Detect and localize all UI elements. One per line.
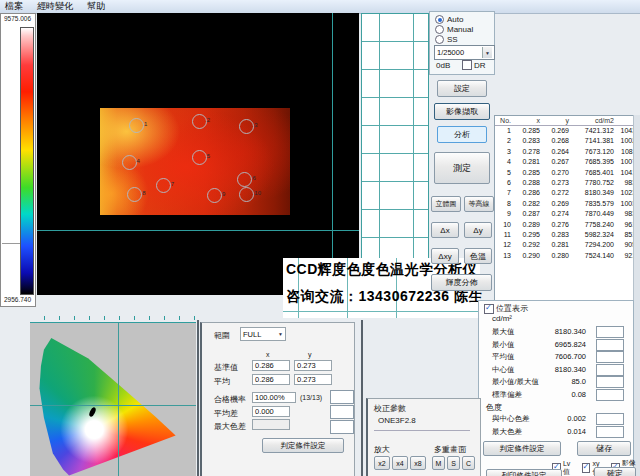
measure-button[interactable]: 測定 <box>434 152 490 184</box>
measure-point-number: 4 <box>137 158 140 164</box>
pass-rate-label: 合格機率 <box>214 394 246 405</box>
delta-y-button[interactable]: Δy <box>464 222 492 238</box>
measure-point-marker: 6 <box>237 172 252 187</box>
color-temp-button[interactable]: 色溫 <box>464 248 492 264</box>
stat-row: 最小值6965.824 <box>478 339 632 352</box>
cie-crosshair-vertical <box>118 323 119 476</box>
radio-manual[interactable]: Manual <box>435 25 473 34</box>
stat-label: 最大值 <box>492 327 515 337</box>
cie-horseshoe <box>38 329 186 476</box>
range-select[interactable]: FULL ▼ <box>240 327 286 341</box>
checkbox-checked-icon <box>484 304 494 314</box>
table-cell: 7870.449 <box>570 209 615 219</box>
radio-auto[interactable]: Auto <box>435 15 463 24</box>
grid-line <box>283 311 480 312</box>
table-cell: 7685.395 <box>570 157 615 167</box>
table-row[interactable]: 40.2810.2677685.39510077 <box>495 157 640 167</box>
position-display-checkbox[interactable]: 位置表示 <box>484 303 528 314</box>
measure-point-number: 10 <box>254 190 261 196</box>
settings-button[interactable]: 設定 <box>437 80 487 97</box>
measure-point-marker: 8 <box>127 187 142 202</box>
camera-display[interactable]: 12345678910 <box>37 13 359 295</box>
measurement-table[interactable]: No. x y cd/m2 K 10.2850.2697421.31210434… <box>495 116 640 261</box>
table-cell: 0.281 <box>541 240 570 250</box>
analyze-button[interactable]: 分析 <box>437 126 487 143</box>
table-row[interactable]: 130.2900.2807524.1409217 <box>495 251 640 261</box>
table-cell: 0.290 <box>512 251 541 261</box>
indicator-box <box>596 351 624 363</box>
table-cell: 0.276 <box>541 220 570 230</box>
table-row[interactable]: 70.2860.2728180.34910238 <box>495 188 640 198</box>
table-cell: 13 <box>495 251 512 261</box>
view-3d-button[interactable]: 立體圖 <box>431 196 461 212</box>
multi-c-button[interactable]: C <box>462 456 475 470</box>
scrollbar[interactable] <box>633 115 640 476</box>
grid-line <box>379 14 380 296</box>
table-row[interactable]: 110.2950.2835982.3248514 <box>495 230 640 240</box>
table-row[interactable]: 100.2890.2767758.2409618 <box>495 220 640 230</box>
measure-point-marker: 10 <box>239 187 254 202</box>
max-color-diff-label: 最大色差 <box>214 421 246 432</box>
table-row[interactable]: 50.2850.2707685.40110416 <box>495 168 640 178</box>
ok-button[interactable]: 確定 <box>594 467 636 476</box>
zoom-x8-button[interactable]: x8 <box>410 456 426 470</box>
stat-value: 8180.340 <box>555 327 586 336</box>
average-label: 平均 <box>214 376 230 387</box>
stat-label: 最大色差 <box>492 427 522 437</box>
table-row[interactable]: 10.2850.2697421.31210434 <box>495 126 640 137</box>
delta-xy-button[interactable]: Δxy <box>431 248 459 264</box>
shutter-speed-select[interactable]: 1/25000 ▼ <box>434 45 495 60</box>
multi-m-button[interactable]: M <box>432 456 445 470</box>
table-cell: 0.281 <box>512 157 541 167</box>
stat-row: 最小值/最大值85.0 <box>478 376 632 389</box>
luminance-distribution-button[interactable]: 輝度分佈 <box>431 274 492 291</box>
judge-condition-button[interactable]: 判定條件設定 <box>483 441 561 456</box>
scale-min-label: 2956.740 <box>1 296 34 303</box>
col-no: No. <box>495 116 512 126</box>
cie-diagram-panel[interactable] <box>30 322 196 476</box>
table-row[interactable]: 20.2830.2687141.38110025 <box>495 136 640 146</box>
image-capture-button[interactable]: 影像擷取 <box>434 103 490 120</box>
thermal-luminance-image[interactable]: 12345678910 <box>100 108 290 215</box>
measure-point-marker: 3 <box>239 119 254 134</box>
multi-s-button[interactable]: S <box>447 456 460 470</box>
col-y: y <box>541 116 570 126</box>
table-cell: 0.274 <box>541 209 570 219</box>
zoom-x2-button[interactable]: x2 <box>374 456 390 470</box>
measure-point-number: 2 <box>207 117 210 123</box>
delta-x-button[interactable]: Δx <box>431 222 459 238</box>
table-cell: 0.288 <box>512 178 541 188</box>
radio-ss[interactable]: SS <box>435 35 458 44</box>
save-button[interactable]: 儲存 <box>577 441 631 456</box>
average-y-field[interactable]: 0.273 <box>294 374 332 385</box>
stat-value: 0.002 <box>567 414 586 423</box>
divider <box>374 430 470 431</box>
menu-item-time-change[interactable]: 經時變化 <box>37 0 73 13</box>
table-cell: 2 <box>495 136 512 146</box>
table-row[interactable]: 120.2920.2817294.2009053 <box>495 240 640 250</box>
gain-label: 0dB <box>436 61 450 70</box>
average-x-field[interactable]: 0.286 <box>252 374 290 385</box>
table-row[interactable]: 90.2870.2747870.4499832 <box>495 209 640 219</box>
zoom-x4-button[interactable]: x4 <box>392 456 408 470</box>
table-row[interactable]: 80.2820.2697835.57910032 <box>495 199 640 209</box>
print-condition-button[interactable]: 列印條件設定 <box>486 469 562 476</box>
table-cell: 0.285 <box>512 126 541 137</box>
table-row[interactable]: 30.2780.2647673.12010811 <box>495 147 640 157</box>
measure-point-marker: 1 <box>129 118 144 133</box>
judge-condition-button-range[interactable]: 判定條件設定 <box>262 438 344 453</box>
table-row[interactable]: 60.2880.2737780.7529834 <box>495 178 640 188</box>
radio-auto-label: Auto <box>447 15 463 24</box>
stat-value: 8180.340 <box>555 365 586 374</box>
dr-checkbox[interactable]: DR <box>462 60 486 70</box>
menu-item-file[interactable]: 檔案 <box>5 0 23 13</box>
menu-item-help[interactable]: 幫助 <box>87 0 105 13</box>
reference-x-field[interactable]: 0.286 <box>252 360 290 371</box>
measure-point-marker: 7 <box>156 178 171 193</box>
contour-button[interactable]: 等高線 <box>464 196 494 212</box>
table-cell: 0.280 <box>541 251 570 261</box>
measure-point-number: 9 <box>222 191 225 197</box>
reference-y-field[interactable]: 0.273 <box>294 360 332 371</box>
reference-label: 基準值 <box>214 362 238 373</box>
indicator-box <box>596 339 624 351</box>
